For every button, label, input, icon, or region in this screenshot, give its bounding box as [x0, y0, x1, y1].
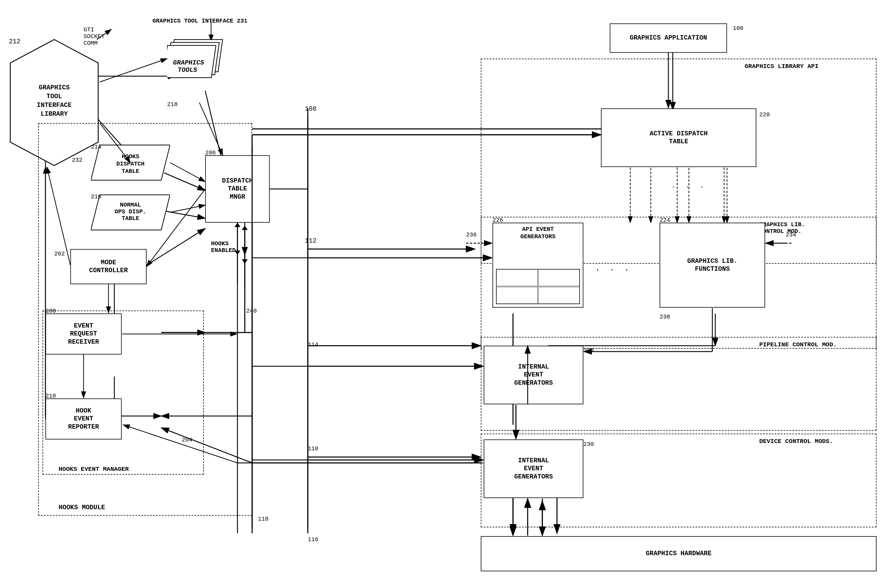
hooks-event-manager-label: HOOKS EVENT MANAGER — [59, 466, 129, 472]
graphics-lib-api-label: GRAPHICS LIBRARY API — [744, 63, 818, 70]
normal-ops-disp-table: NORMAL OPS DISP. TABLE — [91, 194, 170, 231]
svg-marker-63 — [242, 259, 248, 264]
label-238: 238 — [660, 314, 670, 320]
graphics-hw-box: GRAPHICS HARDWARE — [481, 536, 876, 571]
label-216: 216 — [91, 194, 101, 200]
svg-text:OPS DISP.: OPS DISP. — [114, 208, 146, 215]
app-to-dispatch-arrow — [668, 53, 677, 111]
label-204: 204 — [182, 436, 192, 443]
svg-text:TOOLS: TOOLS — [177, 66, 198, 74]
svg-marker-62 — [242, 226, 248, 230]
svg-text:NORMAL: NORMAL — [120, 202, 141, 208]
active-dispatch-table-box: ACTIVE DISPATCHTABLE — [601, 108, 756, 167]
hook-event-reporter-box: HOOKEVENTREPORTER — [45, 399, 122, 440]
svg-text:GRAPHICS: GRAPHICS — [39, 84, 70, 92]
event-request-receiver-box: EVENTREQUESTRECEIVER — [45, 314, 122, 354]
label-230: 230 — [583, 441, 594, 448]
mode-controller-label: MODECONTROLLER — [89, 259, 128, 275]
label-220: 220 — [759, 111, 770, 118]
event-request-label: EVENTREQUESTRECEIVER — [68, 322, 99, 346]
label-110: 110 — [308, 446, 318, 452]
dispatch-table-mngr-box: DISPATCHTABLEMNGR — [205, 155, 270, 223]
label-236: 236 — [466, 231, 477, 238]
label-118: 118 — [258, 516, 269, 522]
svg-text:TABLE: TABLE — [122, 168, 139, 175]
label-116: 116 — [308, 536, 318, 543]
graphics-app-label: GRAPHICS APPLICATION — [630, 34, 707, 42]
active-dispatch-label: ACTIVE DISPATCHTABLE — [649, 130, 708, 146]
svg-text:TOOL: TOOL — [47, 93, 62, 100]
gti-socket-arrow — [97, 24, 114, 41]
graphics-tools-stack: GRAPHICS TOOLS — [167, 38, 226, 102]
svg-text:HOOKS: HOOKS — [122, 153, 139, 160]
label-214: 214 — [91, 144, 101, 150]
graphics-lib-functions-box: GRAPHICS LIB.FUNCTIONS — [660, 223, 765, 308]
label-206: 206 — [205, 149, 216, 156]
label-218: 218 — [167, 101, 177, 108]
label-224: 224 — [660, 217, 670, 224]
label-234: 234 — [786, 231, 796, 238]
svg-line-46 — [97, 29, 111, 39]
label-gti-interface: GRAPHICS TOOL INTERFACE 231 — [152, 18, 247, 24]
label-228: 228 — [583, 347, 594, 354]
mode-controller-box: MODECONTROLLER — [71, 249, 147, 284]
label-210: 210 — [45, 393, 56, 399]
label-112: 112 — [305, 237, 317, 244]
label-240: 240 — [246, 308, 257, 314]
svg-text:GRAPHICS: GRAPHICS — [173, 59, 204, 66]
label-202: 202 — [54, 250, 65, 257]
svg-text:TABLE: TABLE — [122, 215, 139, 222]
dots-dispatch: . . . — [671, 182, 707, 189]
dispatch-table-mngr-label: DISPATCHTABLEMNGR — [222, 177, 253, 201]
graphics-lib-functions-label: GRAPHICS LIB.FUNCTIONS — [687, 257, 738, 273]
pipeline-ctrl-label: PIPELINE CONTROL MOD. — [759, 341, 837, 348]
svg-text:DISPATCH: DISPATCH — [116, 160, 144, 167]
dots-middle: . . . — [595, 264, 631, 273]
hooks-dispatch-table: HOOKS DISPATCH TABLE — [91, 144, 170, 182]
device-ctrl-label: DEVICE CONTROL MODS. — [759, 438, 833, 445]
svg-line-93 — [100, 58, 167, 82]
hook-event-reporter-label: HOOKEVENTREPORTER — [68, 407, 99, 431]
api-event-generators-box: API EVENTGENERATORS — [493, 223, 583, 308]
internal-event-gen-device-label: INTERNALEVENTGENERATORS — [514, 457, 553, 481]
label-226: 226 — [493, 217, 503, 224]
label-114: 114 — [308, 341, 318, 348]
graphics-app-box: GRAPHICS APPLICATION — [610, 24, 727, 53]
hooks-enabled-arrow — [241, 226, 249, 264]
internal-event-gen-device-box: INTERNALEVENTGENERATORS — [484, 440, 583, 498]
internal-event-gen-pipeline-label: INTERNALEVENTGENERATORS — [514, 363, 553, 387]
graphics-hw-label: GRAPHICS HARDWARE — [646, 550, 711, 558]
svg-text:INTERFACE: INTERFACE — [37, 102, 72, 109]
internal-event-gen-pipeline-box: INTERNALEVENTGENERATORS — [484, 346, 583, 404]
label-212: 212 — [9, 38, 21, 45]
hooks-enabled-label: HOOKSENABLED — [211, 240, 236, 254]
label-108: 108 — [305, 105, 317, 113]
hooks-module-label: HOOKS MODULE — [59, 504, 105, 511]
label-232: 232 — [72, 157, 83, 164]
graphics-lib-ctrl-label: GRAPHICS LIB.CONTROL MOD. — [759, 221, 805, 235]
label-208: 208 — [45, 308, 56, 314]
label-106: 106 — [733, 25, 743, 32]
svg-text:LIBRARY: LIBRARY — [41, 111, 68, 118]
